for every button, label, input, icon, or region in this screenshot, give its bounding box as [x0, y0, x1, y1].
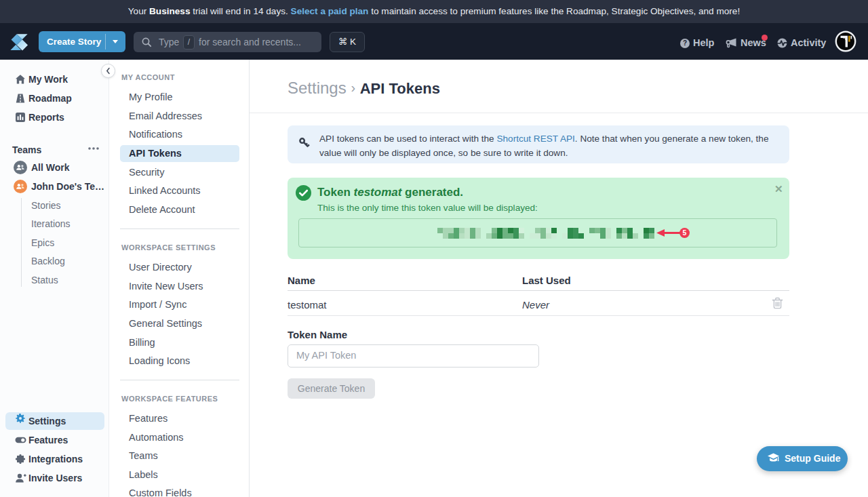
svg-text:5: 5	[683, 228, 687, 237]
svg-text:?: ?	[683, 39, 687, 47]
